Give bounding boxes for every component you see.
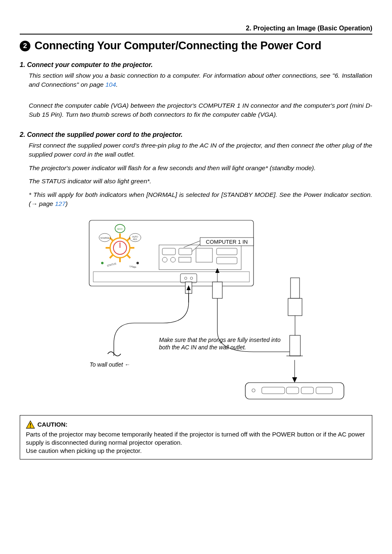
svg-point-57 <box>252 389 255 392</box>
caution-body: Parts of the projector may become tempor… <box>26 430 366 455</box>
section-number-badge: 2 <box>20 41 30 51</box>
step1-p1-text-a: This section will show you a basic conne… <box>29 72 372 88</box>
svg-rect-9 <box>217 248 237 255</box>
caution-label: CAUTION: <box>37 421 67 428</box>
caution-box: CAUTION: Parts of the projector may beco… <box>20 415 372 460</box>
port-label: COMPUTER 1 IN <box>202 239 251 246</box>
caution-heading: CAUTION: <box>26 420 366 429</box>
svg-point-32 <box>101 262 104 264</box>
step1-paragraph-2: Connect the computer cable (VGA) between… <box>29 101 372 120</box>
diagram-svg: SOURCE ECO AUTO ADJ. STATUS LAMP <box>40 216 352 405</box>
svg-text:ADJ.: ADJ. <box>133 238 138 240</box>
svg-point-60 <box>30 426 31 427</box>
step2-paragraph-2: The projector's power indicator will fla… <box>29 164 372 173</box>
step1-heading: 1. Connect your computer to the projecto… <box>20 61 372 69</box>
step2-paragraph-3: The STATUS indicator will also light gre… <box>29 177 372 186</box>
svg-rect-4 <box>179 248 192 255</box>
svg-rect-6 <box>171 257 175 262</box>
svg-rect-54 <box>286 387 299 394</box>
step2-p4-text-b: ) <box>66 200 68 207</box>
svg-rect-3 <box>162 248 175 255</box>
step1-p1-text-b: . <box>116 81 118 88</box>
svg-rect-7 <box>179 257 191 262</box>
connection-diagram: SOURCE ECO AUTO ADJ. STATUS LAMP <box>40 216 352 405</box>
svg-rect-53 <box>262 387 285 394</box>
svg-rect-45 <box>291 278 300 298</box>
svg-rect-56 <box>316 387 332 394</box>
step2-paragraph-1: First connect the supplied power cord's … <box>29 141 372 159</box>
step-1: 1. Connect your computer to the projecto… <box>20 61 372 120</box>
step2-p4-text-a: * This will apply for both indicators wh… <box>29 191 372 207</box>
diagram-note: Make sure that the prongs are fully inse… <box>159 336 291 351</box>
svg-marker-51 <box>292 377 297 383</box>
section-header: 2. Projecting an Image (Basic Operation) <box>20 25 372 35</box>
svg-text:LAMP: LAMP <box>129 265 136 269</box>
page-title: Connecting Your Computer/Connecting the … <box>35 39 321 52</box>
svg-text:ECO: ECO <box>118 228 123 230</box>
step2-paragraph-4: * This will apply for both indicators wh… <box>29 190 372 209</box>
svg-point-13 <box>190 277 193 279</box>
svg-marker-44 <box>215 268 219 273</box>
warning-icon <box>26 420 35 429</box>
svg-rect-52 <box>245 383 344 399</box>
svg-rect-11 <box>180 274 197 283</box>
title-row: 2 Connecting Your Computer/Connecting th… <box>20 39 372 52</box>
svg-rect-5 <box>162 257 167 262</box>
svg-rect-42 <box>212 282 222 298</box>
step1-paragraph-1: This section will show you a basic conne… <box>29 71 372 90</box>
svg-point-12 <box>184 277 187 279</box>
caution-body-1: Parts of the projector may become tempor… <box>26 431 365 446</box>
page-link-104[interactable]: 104 <box>105 81 116 88</box>
svg-text:SOURCE: SOURCE <box>100 237 109 239</box>
svg-rect-8 <box>196 248 212 262</box>
svg-rect-46 <box>288 298 302 316</box>
svg-point-34 <box>136 262 139 264</box>
page-link-127[interactable]: 127 <box>55 200 66 207</box>
svg-rect-48 <box>290 335 300 356</box>
to-wall-outlet-label: To wall outlet ← <box>65 361 130 368</box>
svg-rect-1 <box>93 272 249 282</box>
caution-body-2: Use caution when picking up the projecto… <box>26 447 142 454</box>
svg-rect-10 <box>217 257 237 264</box>
step-2: 2. Connect the supplied power cord to th… <box>20 131 372 209</box>
svg-rect-55 <box>301 387 314 394</box>
step2-heading: 2. Connect the supplied power cord to th… <box>20 131 372 138</box>
svg-text:STATUS: STATUS <box>107 262 117 267</box>
